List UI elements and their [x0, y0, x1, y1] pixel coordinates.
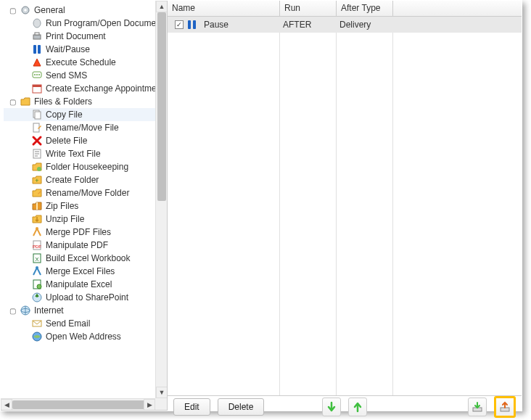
collapse-icon[interactable]: ▢ — [8, 97, 17, 106]
column-header-spacer — [393, 1, 522, 16]
tree-item[interactable]: Unzip File — [4, 213, 167, 226]
tree-group-general[interactable]: ▢General — [4, 4, 167, 17]
copy-file-icon — [31, 109, 43, 120]
row-checkbox[interactable]: ✓ — [175, 20, 184, 29]
move-up-button[interactable] — [348, 398, 367, 416]
move-down-button[interactable] — [322, 398, 341, 416]
collapse-icon[interactable]: ▢ — [8, 6, 17, 15]
tree-item-label: Write Text File — [46, 149, 101, 159]
tree-item-label: Execute Schedule — [46, 57, 116, 67]
tree-item[interactable]: PDFManipulate PDF — [4, 239, 167, 252]
tree-item[interactable]: Rename/Move Folder — [4, 186, 167, 199]
scroll-thumb[interactable] — [157, 12, 166, 201]
horizontal-scrollbar[interactable]: ◀ ▶ — [1, 398, 155, 410]
tree-item-label: Print Document — [46, 31, 106, 41]
column-header-after-type[interactable]: After Type — [337, 1, 393, 16]
svg-point-20 — [37, 167, 41, 171]
tree-item[interactable]: Run Program/Open Document — [4, 17, 167, 30]
tree-item-label: Send SMS — [46, 70, 87, 81]
tree-item-label: Manipulate PDF — [46, 240, 108, 250]
pdf-icon: PDF — [31, 239, 43, 251]
scroll-left-icon[interactable]: ◀ — [1, 399, 12, 411]
delete-icon — [31, 135, 43, 147]
tree-item-label: Send Email — [46, 318, 90, 329]
tree-item[interactable]: Upload to SharePoint — [4, 291, 167, 304]
tree-item[interactable]: Rename/Move File — [4, 121, 167, 134]
svg-rect-14 — [35, 112, 41, 119]
pause-icon — [31, 44, 43, 55]
export-icon — [499, 401, 511, 413]
svg-rect-3 — [33, 35, 41, 39]
tree-item-label: Wait/Pause — [46, 44, 90, 54]
tree-item-label: Create Exchange Appointment — [46, 83, 164, 94]
column-header-run[interactable]: Run — [280, 1, 337, 16]
tree-item[interactable]: Print Document — [4, 30, 167, 43]
svg-point-2 — [33, 19, 41, 28]
tree-item[interactable]: Manipulate Excel — [4, 278, 167, 291]
scroll-right-icon[interactable]: ▶ — [144, 399, 155, 411]
tree-item-label: Merge Excel Files — [46, 266, 115, 276]
svg-point-9 — [36, 74, 38, 75]
tree-item-label: Rename/Move Folder — [46, 188, 129, 198]
tree-item[interactable]: XBuild Excel Workbook — [4, 252, 167, 265]
svg-text:PDF: PDF — [33, 244, 41, 249]
tree-item[interactable]: +Create Folder — [4, 173, 167, 186]
tree-item[interactable]: Create Exchange Appointment — [4, 82, 167, 95]
tree-item[interactable]: Folder Housekeeping — [4, 160, 167, 173]
tree-item-label: Merge PDF Files — [46, 227, 111, 237]
tree-item-label: Rename/Move File — [46, 123, 119, 133]
execute-icon — [31, 57, 43, 68]
tree-group-label: General — [34, 5, 65, 15]
tree-item-label: Delete File — [46, 136, 87, 146]
scroll-thumb-horizontal[interactable] — [12, 400, 147, 409]
row-after-type: Delivery — [337, 20, 393, 30]
import-button[interactable] — [468, 398, 487, 416]
import-icon — [472, 401, 483, 413]
globe-icon — [20, 305, 31, 316]
zip-icon — [31, 200, 43, 212]
tree-group-files[interactable]: ▢Files & Folders — [4, 95, 167, 108]
tree-item[interactable]: Delete File — [4, 134, 167, 147]
svg-rect-5 — [33, 45, 36, 54]
tree-item[interactable]: Merge PDF Files — [4, 226, 167, 239]
scroll-down-icon[interactable]: ▼ — [156, 387, 167, 398]
tree-item[interactable]: Open Web Address — [4, 330, 167, 343]
run-program-icon — [31, 17, 43, 29]
tree-item[interactable]: Merge Excel Files — [4, 265, 167, 278]
folder-icon — [20, 96, 31, 107]
tree-item[interactable]: Zip Files — [4, 199, 167, 213]
tree-group-internet[interactable]: ▢Internet — [4, 304, 167, 317]
tree-item[interactable]: Write Text File — [4, 147, 167, 160]
tree-item[interactable]: Send Email — [4, 317, 167, 330]
tree-item-label: Run Program/Open Document — [46, 18, 163, 28]
manipulate-excel-icon — [31, 279, 43, 290]
edit-button[interactable]: Edit — [173, 398, 210, 416]
tree-item[interactable]: Send SMS — [4, 69, 167, 82]
svg-rect-4 — [35, 33, 39, 35]
tree-group-label: Files & Folders — [34, 96, 92, 107]
delete-button[interactable]: Delete — [218, 398, 265, 416]
sidebar-panel: ▢GeneralRun Program/Open DocumentPrint D… — [1, 1, 168, 411]
tree-item[interactable]: Wait/Pause — [4, 43, 167, 56]
task-table: Name Run After Type ✓ Pause AFTER Delive… — [168, 1, 522, 396]
rename-file-icon — [31, 122, 43, 133]
vertical-scrollbar[interactable]: ▲ ▼ — [155, 1, 167, 398]
rename-folder-icon — [31, 187, 43, 199]
scroll-up-icon[interactable]: ▲ — [156, 1, 167, 12]
merge-excel-icon — [31, 265, 43, 277]
arrow-down-icon — [326, 401, 337, 413]
column-header-name[interactable]: Name — [168, 1, 280, 16]
svg-text:X: X — [35, 256, 39, 263]
svg-rect-38 — [193, 20, 196, 29]
tree-item[interactable]: Copy File — [4, 108, 167, 121]
table-row[interactable]: ✓ Pause AFTER Delivery — [168, 17, 522, 33]
svg-point-28 — [36, 266, 38, 269]
export-button[interactable] — [494, 396, 516, 418]
svg-rect-12 — [33, 85, 41, 87]
svg-rect-6 — [38, 45, 41, 54]
excel-icon: X — [31, 252, 43, 264]
tree-item[interactable]: Execute Schedule — [4, 56, 167, 69]
arrow-up-icon — [352, 401, 363, 413]
collapse-icon[interactable]: ▢ — [8, 306, 17, 315]
scroll-corner — [155, 398, 167, 410]
